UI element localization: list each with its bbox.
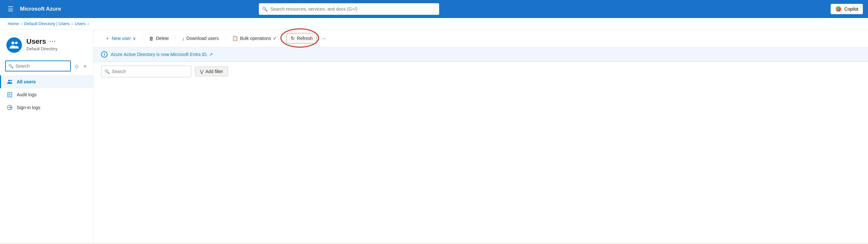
toolbar-sep-1 [142,35,143,41]
copilot-button[interactable]: Copilot [831,4,863,14]
more-options-button[interactable]: ··· [318,34,330,43]
new-user-chevron: ∨ [133,36,136,41]
global-search-container: 🔍 [259,3,439,15]
all-users-icon [6,79,13,85]
svg-point-0 [11,41,14,44]
refresh-wrapper: ↻ Refresh [286,33,317,44]
toolbar-sep-3 [225,35,226,41]
bulk-ops-icon: 📋 [232,35,238,41]
add-filter-button[interactable]: ⋁ Add filter [195,67,228,76]
brand-name: Microsoft Azure [20,6,61,12]
page-title-ellipsis[interactable]: ··· [49,38,56,45]
info-icon: i [101,51,107,58]
collapse-icon-btn[interactable]: « [83,62,88,70]
delete-label: Delete [156,36,169,41]
sidebar-item-all-users[interactable]: All users [0,75,93,88]
add-filter-label: Add filter [206,69,223,74]
more-options-icon: ··· [322,36,326,41]
signin-logs-icon [6,104,13,111]
hamburger-menu[interactable]: ☰ [5,4,16,14]
top-nav: ☰ Microsoft Azure 🔍 Copilot [0,0,868,18]
new-user-label: New user [112,36,131,41]
content-search-input-box: 🔍 [101,66,191,77]
filter-icon-btn[interactable]: ◇ [73,62,80,70]
breadcrumb-users[interactable]: Users [75,21,86,26]
content-search-icon: 🔍 [105,69,110,74]
content-area: ＋ New user ∨ 🗑 Delete ↓ Download users 📋… [93,30,868,243]
page-header: Users ··· Default Directory [0,35,93,58]
page-header-text: Users ··· Default Directory [26,37,58,51]
toolbar: ＋ New user ∨ 🗑 Delete ↓ Download users 📋… [93,30,868,47]
bulk-operations-label: Bulk operations [240,36,271,41]
delete-button[interactable]: 🗑 Delete [145,34,173,43]
copilot-icon [835,6,842,12]
toolbar-sep-2 [176,35,176,41]
sidebar-search-icon: 🔍 [8,64,13,68]
audit-logs-label: Audit logs [17,92,36,97]
sidebar-search-input[interactable] [16,63,68,68]
signin-logs-label: Sign-in logs [17,105,40,110]
all-users-label: All users [17,79,36,84]
delete-icon: 🗑 [149,36,154,41]
bulk-ops-check: ✓ [273,36,277,41]
refresh-label: Refresh [297,36,313,41]
global-search-input[interactable] [259,3,439,15]
sidebar-search-container: 🔍 ◇ « [0,58,93,74]
sidebar-item-audit-logs[interactable]: Audit logs [0,88,93,101]
svg-point-1 [15,41,18,44]
filter-funnel-icon: ⋁ [200,69,204,74]
svg-point-3 [10,80,12,82]
copilot-label: Copilot [844,6,858,11]
content-search-bar: 🔍 ⋁ Add filter [93,62,868,81]
refresh-button[interactable]: ↻ Refresh [286,33,317,44]
page-title: Users ··· [26,37,58,46]
people-svg [9,40,19,50]
breadcrumb-sep-1: › [21,22,22,26]
sidebar-item-signin-logs[interactable]: Sign-in logs [0,101,93,114]
breadcrumb-home[interactable]: Home [8,21,19,26]
download-icon: ↓ [182,36,185,41]
download-users-button[interactable]: ↓ Download users [178,34,223,43]
breadcrumb: Home › Default Directory | Users › Users… [0,18,868,30]
page-subtitle: Default Directory [26,47,58,51]
refresh-icon: ↻ [291,35,295,41]
audit-logs-icon [6,91,13,98]
svg-point-2 [8,80,10,82]
sidebar-search-box: 🔍 [5,61,71,71]
info-banner-link[interactable]: Azure Active Directory is now Microsoft … [111,52,213,57]
breadcrumb-sep-2: › [71,22,73,26]
global-search-icon: 🔍 [262,6,268,11]
breadcrumb-sep-3: › [88,22,89,26]
new-user-icon: ＋ [105,35,110,41]
sidebar-nav: All users Audit logs [0,75,93,114]
users-page-icon [6,37,22,53]
bulk-operations-button[interactable]: 📋 Bulk operations ✓ [228,33,281,43]
toolbar-sep-4 [283,35,284,41]
info-banner: i Azure Active Directory is now Microsof… [93,47,868,62]
main-layout: Users ··· Default Directory 🔍 ◇ « [0,30,868,243]
sidebar: Users ··· Default Directory 🔍 ◇ « [0,30,93,243]
content-search-input[interactable] [112,69,188,74]
breadcrumb-directory[interactable]: Default Directory | Users [24,21,69,26]
download-users-label: Download users [186,36,219,41]
new-user-button[interactable]: ＋ New user ∨ [101,33,140,43]
